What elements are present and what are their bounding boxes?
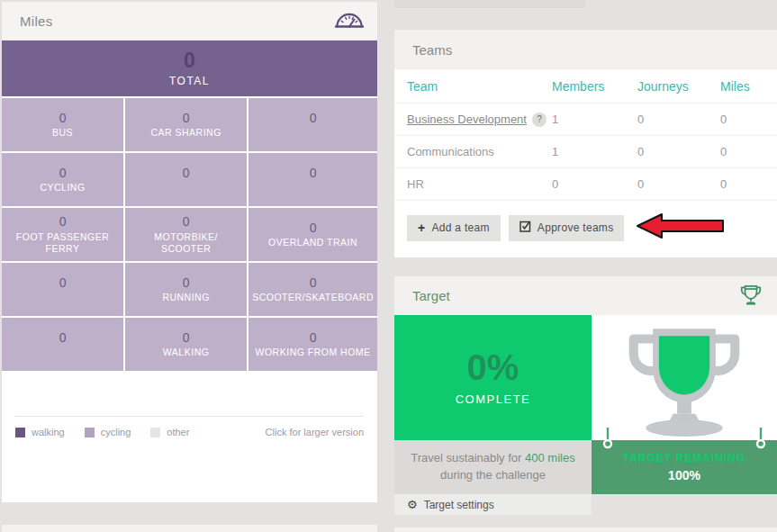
miles-cell-blank-2: 0 bbox=[125, 153, 247, 206]
miles-total-value: 0 bbox=[184, 50, 195, 72]
annotation-arrow-icon bbox=[636, 212, 726, 244]
calories-card-header: Calories bbox=[2, 525, 377, 532]
add-team-label: Add a team bbox=[431, 221, 489, 234]
cell-label: CYCLING bbox=[36, 182, 88, 194]
more-label: More bbox=[423, 0, 450, 3]
cell-value: 0 bbox=[183, 330, 190, 346]
legend-label: walking bbox=[32, 427, 65, 437]
teams-table-header: Team Members Journeys Miles bbox=[394, 69, 777, 104]
miles-title: Miles bbox=[20, 14, 53, 29]
miles-cell-scooter-skateboard: 0SCOOTER/SKATEBOARD bbox=[248, 263, 377, 316]
miles-cell-walking: 0WALKING bbox=[125, 318, 247, 371]
table-row-business-development: Business Development ? 1 0 0 bbox=[394, 104, 777, 136]
trophy-illustration bbox=[592, 315, 777, 440]
more-button-inner: ➤ More bbox=[409, 0, 450, 3]
teams-title: Teams bbox=[412, 42, 452, 58]
calories-card: Calories bbox=[2, 525, 377, 532]
miles-cell-blank-5: 0 bbox=[2, 318, 123, 371]
journeys-cell: 0 bbox=[637, 113, 720, 126]
checkbox-check-icon bbox=[520, 221, 531, 235]
team-cell: Communications bbox=[394, 145, 552, 158]
teams-card-header: Teams bbox=[394, 30, 777, 69]
cell-value: 0 bbox=[183, 275, 190, 291]
miles-cell-blank-3: 0 bbox=[248, 153, 377, 206]
miles-cell-running: 0RUNNING bbox=[125, 263, 247, 316]
help-icon[interactable]: ? bbox=[532, 113, 547, 127]
cell-label: SCOOTER/SKATEBOARD bbox=[248, 292, 377, 303]
click-for-larger-version[interactable]: Click for larger version bbox=[266, 427, 364, 437]
team-cell: HR bbox=[394, 177, 552, 191]
cell-label: CAR SHARING bbox=[147, 127, 224, 139]
cell-value: 0 bbox=[310, 111, 317, 126]
target-remaining-panel: TARGET REMAINING 100% bbox=[592, 440, 777, 494]
journeys-cell: 0 bbox=[637, 177, 720, 191]
journeys-cell: 0 bbox=[637, 145, 720, 158]
team-cell: Business Development ? bbox=[394, 113, 552, 127]
add-team-button[interactable]: + Add a team bbox=[407, 215, 501, 241]
miles-legend: walking cycling other Click for larger v… bbox=[2, 417, 377, 437]
arrow-right-icon: ➤ bbox=[409, 0, 417, 2]
cell-value: 0 bbox=[310, 275, 317, 291]
more-button[interactable]: ➤ More bbox=[394, 0, 585, 8]
cell-value: 0 bbox=[59, 275, 67, 291]
target-percent-label: COMPLETE bbox=[456, 392, 531, 406]
target-title: Target bbox=[412, 288, 450, 303]
column-header-journeys: Journeys bbox=[637, 79, 720, 94]
teams-card: Teams Team Members Journeys Miles Busine… bbox=[394, 30, 777, 257]
target-percent: 0% bbox=[467, 349, 520, 385]
miles-cell-motorbike-scooter: 0MOTORBIKE/ SCOOTER bbox=[125, 208, 247, 261]
target-description: Travel sustainably for 400 miles during … bbox=[394, 440, 592, 494]
table-row-hr: HR 0 0 0 bbox=[394, 168, 777, 201]
hanger-pin-icon bbox=[602, 428, 613, 455]
cell-value: 0 bbox=[310, 166, 317, 181]
miles-card-header: Miles bbox=[2, 2, 377, 41]
miles-cell-foot-passenger-ferry: 0FOOT PASSENGER FERRY bbox=[2, 208, 123, 261]
miles-card: Miles 0 TOTAL bbox=[2, 2, 377, 502]
target-body: 0% COMPLETE Travel sustainably for 400 m… bbox=[394, 315, 777, 515]
cell-value: 0 bbox=[59, 111, 67, 126]
legend-item-other: other bbox=[150, 427, 189, 437]
cell-value: 0 bbox=[310, 330, 317, 346]
cell-label: FOOT PASSENGER FERRY bbox=[2, 231, 123, 255]
cell-value: 0 bbox=[59, 330, 67, 346]
approve-teams-button[interactable]: Approve teams bbox=[509, 215, 625, 241]
miles-cell: 0 bbox=[720, 177, 777, 191]
miles-cell: 0 bbox=[720, 145, 777, 158]
members-cell: 1 bbox=[552, 145, 637, 158]
left-column: Miles 0 TOTAL bbox=[2, 2, 377, 532]
cell-label bbox=[59, 347, 67, 358]
cell-value: 0 bbox=[59, 166, 67, 181]
cell-label: MOTORBIKE/ SCOOTER bbox=[125, 231, 247, 255]
miles-grid: 0BUS 0CAR SHARING 0 0CYCLING 0 0 0FOOT P… bbox=[2, 96, 377, 371]
cell-label: RUNNING bbox=[158, 292, 213, 303]
miles-cell-bus: 0BUS bbox=[2, 98, 123, 151]
cell-label bbox=[310, 182, 317, 194]
target-complete-panel: 0% COMPLETE bbox=[394, 315, 592, 440]
target-remaining-value: 100% bbox=[668, 468, 700, 482]
cell-label: OVERLAND TRAIN bbox=[265, 237, 361, 248]
cell-label bbox=[59, 292, 67, 303]
cell-value: 0 bbox=[183, 214, 190, 230]
column-header-team: Team bbox=[394, 79, 552, 94]
target-left-column: 0% COMPLETE Travel sustainably for 400 m… bbox=[394, 315, 592, 515]
next-card-header-strip bbox=[394, 527, 777, 532]
legend-swatch-other bbox=[150, 428, 160, 437]
legend-swatch-cycling bbox=[85, 428, 95, 437]
miles-total-label: TOTAL bbox=[169, 75, 210, 87]
miles-cell-overland-train: 0OVERLAND TRAIN bbox=[248, 208, 377, 261]
approve-teams-label: Approve teams bbox=[538, 221, 614, 234]
miles-cell: 0 bbox=[720, 113, 777, 126]
miles-cell-cycling: 0CYCLING bbox=[2, 153, 123, 206]
plus-icon: + bbox=[418, 221, 425, 235]
team-link-business-development[interactable]: Business Development bbox=[407, 113, 527, 126]
target-settings-button[interactable]: ⚙ Target settings bbox=[394, 494, 592, 515]
cell-label bbox=[183, 182, 190, 194]
hanger-pin-icon bbox=[755, 428, 766, 455]
cell-value: 0 bbox=[310, 221, 317, 236]
target-description-highlight: 400 miles bbox=[525, 451, 575, 464]
legend-label: cycling bbox=[101, 427, 131, 437]
trophy-icon bbox=[739, 283, 763, 310]
target-card-header: Target bbox=[394, 276, 777, 315]
miles-cell-car-sharing: 0CAR SHARING bbox=[125, 98, 247, 151]
miles-total-band: 0 TOTAL bbox=[2, 41, 377, 96]
